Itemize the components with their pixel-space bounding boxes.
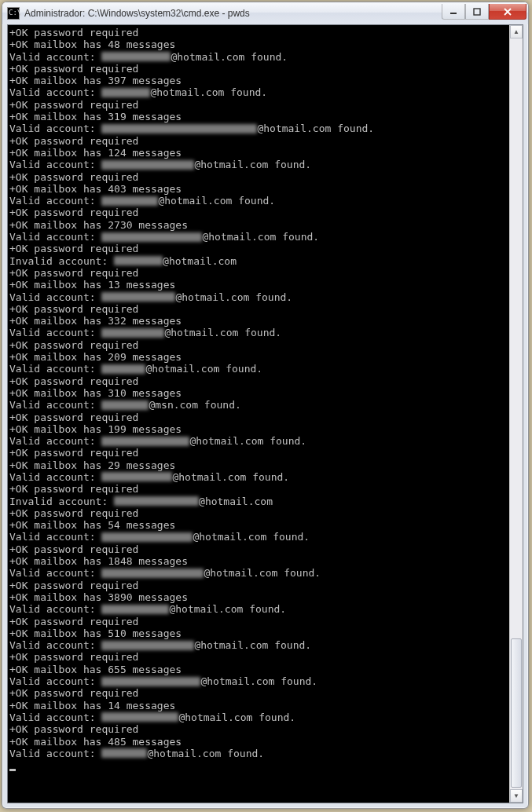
scroll-track[interactable] bbox=[510, 38, 523, 789]
redacted-username: x bbox=[101, 88, 150, 97]
console-line: Valid account: x@hotmail.com found. bbox=[9, 363, 509, 375]
redacted-username: x bbox=[101, 52, 171, 61]
console-line: Valid account: x@hotmail.com found. bbox=[9, 675, 509, 687]
scroll-thumb[interactable] bbox=[511, 638, 522, 788]
console-line: Valid account: x@hotmail.com found. bbox=[9, 195, 509, 207]
redacted-username: x bbox=[101, 532, 193, 542]
console-line: +OK password required bbox=[9, 267, 509, 279]
console-line: Valid account: x@hotmail.com found. bbox=[9, 567, 509, 579]
scroll-up-button[interactable]: ▲ bbox=[510, 25, 523, 38]
console-line: +OK mailbox has 510 messages bbox=[9, 627, 509, 639]
console-line: +OK password required bbox=[9, 171, 509, 183]
redacted-username: x bbox=[101, 605, 169, 614]
console-line: +OK mailbox has 2730 messages bbox=[9, 219, 509, 231]
console-line: +OK password required bbox=[9, 616, 509, 627]
window-title: Administrador: C:\Windows\system32\cmd.e… bbox=[24, 8, 442, 19]
console-line: +OK password required bbox=[9, 483, 509, 495]
titlebar[interactable]: C:\ Administrador: C:\Windows\system32\c… bbox=[2, 2, 528, 24]
console-line: Valid account: x@hotmail.com found. bbox=[9, 327, 509, 338]
svg-rect-0 bbox=[450, 13, 457, 14]
console-line: +OK mailbox has 310 messages bbox=[9, 387, 509, 399]
console-line: +OK password required bbox=[9, 375, 509, 387]
console-line: +OK password required bbox=[9, 339, 509, 351]
console-line: Valid account: x@hotmail.com found. bbox=[9, 639, 509, 651]
redacted-username: x bbox=[101, 437, 189, 446]
console-line: +OK password required bbox=[9, 580, 509, 591]
console-line: +OK password required bbox=[9, 507, 509, 519]
console-line: +OK mailbox has 54 messages bbox=[9, 519, 509, 531]
cursor-line bbox=[9, 759, 509, 771]
console-line: +OK password required bbox=[9, 543, 509, 555]
console-line: +OK mailbox has 48 messages bbox=[9, 38, 509, 50]
console-line: +OK mailbox has 29 messages bbox=[9, 459, 509, 471]
redacted-username: x bbox=[101, 401, 149, 410]
console-line: +OK mailbox has 14 messages bbox=[9, 700, 509, 711]
console-line: +OK password required bbox=[9, 99, 509, 111]
client-area: +OK password required+OK mailbox has 48 … bbox=[7, 24, 523, 803]
console-line: Valid account: x@hotmail.com found. bbox=[9, 711, 509, 723]
console-line: Valid account: x@hotmail.com found. bbox=[9, 435, 509, 447]
cmd-icon: C:\ bbox=[7, 7, 20, 20]
console-line: Valid account: x@hotmail.com found. bbox=[9, 51, 509, 63]
cmd-window: C:\ Administrador: C:\Windows\system32\c… bbox=[2, 2, 529, 809]
console-line: +OK password required bbox=[9, 411, 509, 423]
console-line: +OK password required bbox=[9, 27, 509, 38]
console-line: +OK password required bbox=[9, 687, 509, 699]
console-line: +OK password required bbox=[9, 243, 509, 254]
redacted-username: x bbox=[101, 677, 200, 686]
redacted-username: x bbox=[101, 712, 178, 722]
redacted-username: x bbox=[101, 160, 194, 170]
console-line: +OK password required bbox=[9, 723, 509, 735]
vertical-scrollbar[interactable]: ▲ ▼ bbox=[509, 25, 523, 803]
cursor bbox=[9, 769, 16, 771]
console-line: +OK mailbox has 319 messages bbox=[9, 111, 509, 123]
redacted-username: x bbox=[101, 196, 158, 206]
redacted-username: x bbox=[114, 496, 199, 506]
console-line: +OK password required bbox=[9, 207, 509, 218]
console-line: Invalid account: x@hotmail.com bbox=[9, 255, 509, 267]
redacted-username: x bbox=[101, 748, 147, 758]
console-line: Valid account: x@hotmail.com found. bbox=[9, 123, 509, 134]
scroll-down-button[interactable]: ▼ bbox=[510, 789, 523, 803]
console-line: +OK mailbox has 209 messages bbox=[9, 351, 509, 363]
minimize-button[interactable] bbox=[442, 4, 465, 20]
console-line: Valid account: x@hotmail.com found. bbox=[9, 748, 509, 759]
console-line: +OK password required bbox=[9, 651, 509, 663]
redacted-username: x bbox=[114, 256, 163, 265]
console-line: Valid account: x@hotmail.com found. bbox=[9, 291, 509, 303]
console-line: Valid account: x@hotmail.com found. bbox=[9, 471, 509, 483]
console-line: +OK password required bbox=[9, 135, 509, 147]
console-line: Valid account: x@hotmail.com found. bbox=[9, 531, 509, 543]
console-line: Invalid account: x@hotmail.com bbox=[9, 496, 509, 507]
redacted-username: x bbox=[101, 641, 194, 650]
console-line: +OK password required bbox=[9, 63, 509, 75]
console-line: Valid account: x@hotmail.com found. bbox=[9, 159, 509, 170]
console-line: +OK password required bbox=[9, 303, 509, 315]
svg-rect-1 bbox=[474, 9, 480, 15]
close-button[interactable] bbox=[489, 4, 526, 20]
maximize-button[interactable] bbox=[465, 4, 489, 20]
console-line: Valid account: x@msn.com found. bbox=[9, 399, 509, 411]
console-line: +OK mailbox has 124 messages bbox=[9, 147, 509, 159]
redacted-username: x bbox=[101, 292, 175, 302]
console-line: Valid account: x@hotmail.com found. bbox=[9, 603, 509, 615]
console-line: Valid account: x@hotmail.com found. bbox=[9, 231, 509, 243]
console-output[interactable]: +OK password required+OK mailbox has 48 … bbox=[8, 25, 509, 803]
console-line: +OK mailbox has 403 messages bbox=[9, 183, 509, 195]
console-line: +OK mailbox has 485 messages bbox=[9, 736, 509, 748]
console-line: +OK mailbox has 397 messages bbox=[9, 75, 509, 86]
window-controls bbox=[442, 4, 526, 20]
redacted-username: x bbox=[101, 569, 204, 578]
console-line: +OK password required bbox=[9, 447, 509, 459]
redacted-username: x bbox=[101, 472, 172, 481]
console-line: Valid account: x@hotmail.com found. bbox=[9, 86, 509, 98]
console-line: +OK mailbox has 332 messages bbox=[9, 315, 509, 327]
console-line: +OK mailbox has 199 messages bbox=[9, 423, 509, 435]
redacted-username: x bbox=[101, 328, 164, 338]
redacted-username: x bbox=[101, 364, 145, 374]
redacted-username: x bbox=[101, 124, 257, 134]
console-line: +OK mailbox has 3890 messages bbox=[9, 591, 509, 603]
console-line: +OK mailbox has 655 messages bbox=[9, 664, 509, 675]
console-line: +OK mailbox has 13 messages bbox=[9, 279, 509, 291]
console-line: +OK mailbox has 1848 messages bbox=[9, 555, 509, 567]
